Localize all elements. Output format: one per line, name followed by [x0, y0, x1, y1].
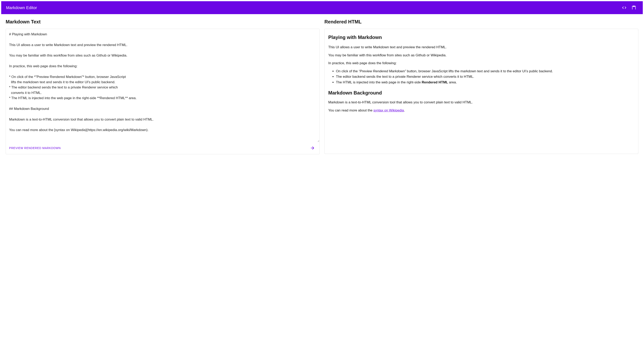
main-content: Markdown Text PREVIEW RENDERED MARKDOWN … [0, 14, 644, 159]
list-item: The editor backend sends the text to a p… [336, 74, 634, 79]
text-fragment: You can read more about the [328, 108, 373, 112]
rendered-list: On click of the “Preview Rendered Markdo… [328, 69, 634, 85]
markdown-source-column: Markdown Text PREVIEW RENDERED MARKDOWN [6, 19, 320, 154]
rendered-h1: Playing with Markdown [328, 34, 634, 41]
text-fragment: . [404, 108, 405, 112]
preview-button[interactable]: PREVIEW RENDERED MARKDOWN [9, 145, 61, 151]
rendered-html-column: Rendered HTML Playing with Markdown This… [324, 19, 638, 154]
rendered-p5: You can read more about the syntax on Wi… [328, 108, 634, 113]
clipboard-icon[interactable] [630, 4, 638, 12]
rendered-html-heading: Rendered HTML [324, 19, 638, 25]
rendered-html-card: Playing with Markdown This UI allows a u… [324, 29, 638, 154]
bold-text: Rendered HTML [422, 80, 448, 84]
code-icon[interactable] [620, 4, 628, 12]
rendered-p2: You may be familiar with this workflow f… [328, 53, 634, 58]
rendered-p3: In practice, this web page does the foll… [328, 60, 634, 66]
markdown-source-card: PREVIEW RENDERED MARKDOWN [6, 29, 320, 154]
text-fragment: On click of the [336, 69, 358, 73]
text-fragment: area. [448, 80, 457, 84]
rendered-p4: Markdown is a text-to-HTML conversion to… [328, 100, 634, 105]
rendered-h2: Markdown Background [328, 89, 634, 96]
editor-actions: PREVIEW RENDERED MARKDOWN [6, 143, 319, 154]
wikipedia-link[interactable]: syntax on Wikipedia [373, 108, 404, 112]
text-fragment: The HTML is injected into the web page i… [336, 80, 422, 84]
app-bar: Markdown Editor [1, 1, 643, 14]
app-title: Markdown Editor [6, 5, 37, 10]
list-item: The HTML is injected into the web page i… [336, 80, 634, 85]
markdown-input[interactable] [6, 29, 319, 142]
list-item: On click of the “Preview Rendered Markdo… [336, 69, 634, 74]
arrow-right-icon[interactable] [309, 144, 316, 152]
text-fragment: button, browser JavaScript lifts the mar… [406, 69, 553, 73]
italic-text: “Preview Rendered Markdown” [358, 69, 406, 73]
rendered-p1: This UI allows a user to write Markdown … [328, 45, 634, 50]
markdown-source-heading: Markdown Text [6, 19, 320, 25]
